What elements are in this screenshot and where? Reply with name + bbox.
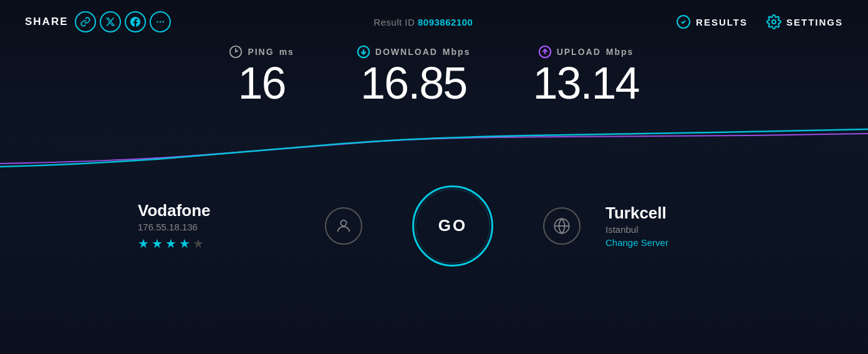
- result-id-label: Result ID: [374, 17, 415, 27]
- go-button[interactable]: GO: [412, 185, 493, 267]
- star-2: ★: [152, 236, 163, 251]
- star-5: ★: [193, 236, 204, 251]
- share-section: SHARE: [25, 11, 171, 32]
- isp-ip: 176.55.18.136: [138, 222, 300, 232]
- ping-label: PING ms: [229, 45, 294, 59]
- upload-unit: Mbps: [606, 47, 634, 57]
- upload-label-text: UPLOAD: [557, 47, 601, 57]
- settings-label: SETTINGS: [786, 17, 843, 27]
- ping-label-text: PING: [248, 47, 274, 57]
- star-1: ★: [138, 236, 149, 251]
- isp-stars: ★ ★ ★ ★ ★: [138, 236, 300, 251]
- svg-point-1: [159, 21, 161, 23]
- ping-unit: ms: [279, 47, 294, 57]
- ping-metric: PING ms 16: [229, 45, 294, 107]
- result-id-section: Result ID 8093862100: [374, 17, 473, 27]
- speed-chart: [0, 101, 868, 176]
- ping-value: 16: [229, 60, 294, 107]
- go-button-wrapper: GO: [412, 185, 493, 267]
- change-server-button[interactable]: Change Server: [605, 237, 730, 248]
- download-label-text: DOWNLOAD: [375, 47, 438, 57]
- download-metric: DOWNLOAD Mbps 16.85: [357, 45, 471, 107]
- header-right: RESULTS SETTINGS: [676, 14, 843, 29]
- download-label: DOWNLOAD Mbps: [357, 45, 471, 59]
- more-share-button[interactable]: [150, 11, 171, 32]
- upload-label: UPLOAD Mbps: [533, 45, 639, 59]
- results-label: RESULTS: [696, 17, 748, 27]
- results-button[interactable]: RESULTS: [676, 14, 748, 29]
- globe-icon-button[interactable]: [543, 207, 581, 245]
- isp-info: Vodafone 176.55.18.136 ★ ★ ★ ★ ★: [138, 201, 300, 251]
- svg-point-2: [162, 21, 164, 23]
- svg-point-10: [340, 220, 346, 225]
- share-label: SHARE: [25, 16, 69, 28]
- star-4: ★: [179, 236, 190, 251]
- chart-area: [0, 101, 868, 176]
- server-city: Istanbul: [605, 224, 730, 235]
- share-icons: [75, 11, 171, 32]
- svg-point-4: [772, 20, 776, 24]
- svg-point-0: [157, 21, 158, 23]
- link-share-button[interactable]: [75, 11, 96, 32]
- star-3: ★: [165, 236, 176, 251]
- upload-metric: UPLOAD Mbps 13.14: [533, 45, 639, 107]
- go-button-inner: GO: [422, 195, 484, 257]
- upload-value: 13.14: [533, 60, 639, 107]
- result-id-value: 8093862100: [418, 17, 473, 27]
- header: SHARE: [0, 0, 868, 39]
- go-label: GO: [438, 216, 467, 235]
- settings-button[interactable]: SETTINGS: [766, 14, 843, 29]
- download-unit: Mbps: [443, 47, 471, 57]
- twitter-share-button[interactable]: [100, 11, 121, 32]
- metrics-section: PING ms 16 DOWNLOAD Mbps 16.85: [0, 39, 868, 107]
- server-info: Turkcell Istanbul Change Server: [605, 204, 730, 248]
- isp-name: Vodafone: [138, 201, 300, 220]
- server-name: Turkcell: [605, 204, 730, 223]
- user-icon-button[interactable]: [325, 207, 362, 245]
- app-container: SHARE: [0, 0, 868, 354]
- facebook-share-button[interactable]: [125, 11, 146, 32]
- bottom-section: Vodafone 176.55.18.136 ★ ★ ★ ★ ★ GO: [0, 176, 868, 279]
- download-value: 16.85: [357, 60, 471, 107]
